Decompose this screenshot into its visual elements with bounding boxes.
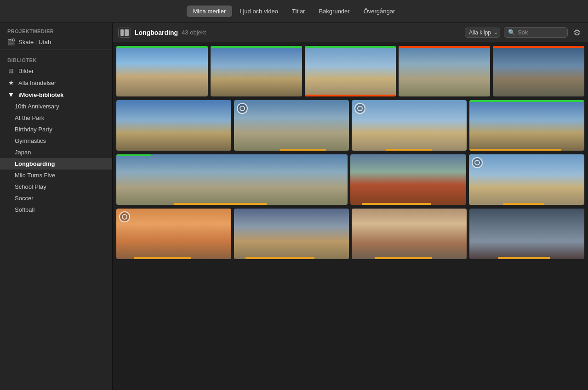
sidebar-item-imovie-bibliotek-label: iMovie-bibliotek: [18, 91, 63, 98]
bar-bottom-4-1: [116, 257, 231, 259]
media-thumb-1-2[interactable]: [211, 46, 302, 96]
bibliotek-header: BIBLIOTEK: [0, 52, 112, 65]
tab-mina-medier[interactable]: Mina medier: [187, 6, 233, 17]
bar-top-1-1: [116, 46, 208, 48]
sidebar-item-milo-turns-five-label: Milo Turns Five: [15, 172, 55, 179]
settings-button[interactable]: ⚙: [571, 27, 582, 39]
media-thumb-3-2[interactable]: [350, 154, 466, 205]
bar-top-1-3: [305, 46, 396, 48]
sidebar-item-school-play-label: School Play: [15, 183, 46, 190]
sidebar-item-alla-handelser[interactable]: ★ Alla händelser: [0, 77, 112, 89]
sidebar-item-10th-anniversary-label: 10th Anniversary: [15, 103, 59, 110]
divider: [0, 50, 112, 50]
panel-toggle-button[interactable]: [118, 28, 131, 38]
star-icon: ★: [7, 79, 15, 86]
sidebar-item-japan-label: Japan: [15, 149, 31, 156]
filter-wrapper: Alla klipp Favoriter Avvisade: [465, 28, 500, 38]
search-wrapper: 🔍: [504, 27, 568, 38]
media-thumb-4-3[interactable]: [352, 209, 467, 259]
content-title: Longboarding: [135, 29, 178, 36]
content-header-right: Alla klipp Favoriter Avvisade 🔍 ⚙: [465, 27, 582, 39]
projektmedier-header: PROJEKTMEDIER: [0, 23, 112, 36]
tab-ljud-och-video[interactable]: Ljud och video: [233, 6, 285, 17]
media-row-1: [116, 46, 584, 96]
sidebar-item-bilder[interactable]: ⊞ Bilder: [0, 65, 112, 77]
main-layout: PROJEKTMEDIER 🎬 Skate | Utah BIBLIOTEK ⊞…: [0, 23, 588, 390]
media-row-3: [116, 154, 584, 205]
bar-top-3-1: [116, 154, 348, 156]
content-header: Longboarding 43 objekt Alla klipp Favori…: [113, 23, 588, 42]
panel-toggle-icon: [120, 29, 129, 36]
bar-top-1-5: [493, 46, 584, 48]
media-thumb-1-5[interactable]: [493, 46, 584, 96]
media-thumb-1-3[interactable]: [305, 46, 396, 96]
sidebar-item-skate-utah[interactable]: 🎬 Skate | Utah: [0, 36, 112, 48]
sidebar-item-softball-label: Softball: [15, 206, 34, 213]
slowmo-icon-2-3: [354, 103, 365, 114]
bar-bottom-3-2: [350, 203, 466, 205]
sidebar-item-imovie-bibliotek[interactable]: ▼ iMovie-bibliotek: [0, 89, 112, 101]
bar-bottom-3-1: [116, 203, 348, 205]
sidebar-item-milo-turns-five[interactable]: Milo Turns Five: [0, 170, 112, 181]
bar-bottom-2-3: [352, 149, 467, 151]
content-header-left: Longboarding 43 objekt: [118, 28, 206, 38]
tab-bakgrunder[interactable]: Bakgrunder: [312, 6, 356, 17]
grid-icon: ⊞: [7, 67, 15, 74]
top-toolbar: Mina medier Ljud och video Titlar Bakgru…: [0, 0, 588, 23]
media-thumb-2-3[interactable]: [352, 100, 467, 151]
sidebar-item-soccer[interactable]: Soccer: [0, 192, 112, 204]
media-thumb-2-2[interactable]: [234, 100, 349, 151]
panel-bar-left: [120, 29, 124, 36]
film-icon: 🎬: [7, 38, 15, 45]
bar-top-1-2: [211, 46, 302, 48]
slowmo-icon-2-2: [237, 103, 248, 114]
sidebar-item-birthday-party[interactable]: Birthday Party: [0, 124, 112, 135]
sidebar-item-softball[interactable]: Softball: [0, 204, 112, 215]
triangle-icon: ▼: [7, 91, 15, 98]
sidebar-item-longboarding[interactable]: Longboarding: [0, 158, 112, 170]
media-row-4: [116, 209, 584, 259]
filter-select[interactable]: Alla klipp Favoriter Avvisade: [465, 28, 500, 38]
sidebar-item-gymnastics[interactable]: Gymnastics: [0, 135, 112, 147]
sidebar-item-at-the-park-label: At the Park: [15, 114, 44, 121]
media-thumb-3-1[interactable]: [116, 154, 348, 205]
media-row-2: [116, 100, 584, 151]
sidebar-item-skate-utah-label: Skate | Utah: [18, 39, 51, 45]
sidebar-item-soccer-label: Soccer: [15, 195, 33, 202]
tab-titlar[interactable]: Titlar: [285, 6, 311, 17]
media-thumb-1-4[interactable]: [399, 46, 490, 96]
sidebar-item-japan[interactable]: Japan: [0, 147, 112, 158]
bar-top-2-4: [469, 100, 584, 102]
media-thumb-2-1[interactable]: [116, 100, 231, 151]
media-thumb-4-1[interactable]: [116, 209, 231, 259]
content-area: Longboarding 43 objekt Alla klipp Favori…: [113, 23, 588, 390]
bar-top-1-4: [399, 46, 490, 48]
media-thumb-2-4[interactable]: [469, 100, 584, 151]
media-thumb-3-3[interactable]: [469, 154, 585, 205]
bar-bottom-2-4: [469, 149, 584, 151]
media-thumb-1-1[interactable]: [116, 46, 208, 96]
panel-bar-right: [125, 29, 129, 36]
sidebar-item-at-the-park[interactable]: At the Park: [0, 112, 112, 124]
content-count: 43 objekt: [182, 29, 206, 36]
media-thumb-4-2[interactable]: [234, 209, 349, 259]
bar-bottom-4-3: [352, 257, 467, 259]
sidebar-item-school-play[interactable]: School Play: [0, 181, 112, 192]
search-input[interactable]: [518, 29, 564, 36]
search-icon: 🔍: [508, 29, 515, 36]
media-grid: [113, 42, 588, 390]
bar-bottom-4-2: [234, 257, 349, 259]
tab-overganger[interactable]: Övergångar: [357, 6, 402, 17]
bar-bottom-4-4: [469, 257, 584, 259]
sidebar-item-gymnastics-label: Gymnastics: [15, 137, 46, 144]
bar-bottom-3-3: [469, 203, 585, 205]
bar-bottom-2-2: [234, 149, 349, 151]
sidebar-item-10th-anniversary[interactable]: 10th Anniversary: [0, 101, 112, 112]
sidebar-item-birthday-party-label: Birthday Party: [15, 126, 52, 133]
slowmo-icon-4-1: [119, 211, 130, 222]
sidebar-item-alla-handelser-label: Alla händelser: [18, 79, 56, 86]
sidebar-item-longboarding-label: Longboarding: [15, 160, 55, 167]
sidebar: PROJEKTMEDIER 🎬 Skate | Utah BIBLIOTEK ⊞…: [0, 23, 113, 390]
media-thumb-4-4[interactable]: [469, 209, 584, 259]
bar-bottom-1-3: [305, 95, 396, 96]
